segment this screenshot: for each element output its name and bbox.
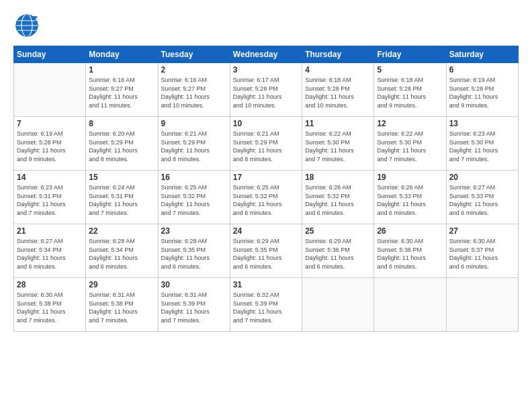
day-number: 13: [449, 119, 515, 128]
day-number: 10: [233, 119, 299, 128]
calendar-cell: 16Sunrise: 6:25 AM Sunset: 5:32 PM Dayli…: [158, 171, 230, 224]
calendar-cell: 31Sunrise: 6:32 AM Sunset: 5:39 PM Dayli…: [230, 278, 302, 332]
day-header-saturday: Saturday: [446, 46, 518, 63]
calendar-cell: 6Sunrise: 6:19 AM Sunset: 5:28 PM Daylig…: [446, 63, 518, 117]
calendar-cell: 21Sunrise: 6:27 AM Sunset: 5:34 PM Dayli…: [14, 224, 86, 278]
day-number: 16: [161, 173, 227, 182]
day-number: 14: [17, 173, 83, 182]
day-info: Sunrise: 6:24 AM Sunset: 5:31 PM Dayligh…: [89, 183, 154, 217]
calendar-cell: [14, 63, 86, 117]
day-number: 22: [89, 226, 154, 236]
calendar-cell: 8Sunrise: 6:20 AM Sunset: 5:29 PM Daylig…: [86, 117, 158, 171]
calendar-cell: 10Sunrise: 6:21 AM Sunset: 5:29 PM Dayli…: [230, 117, 302, 171]
calendar-cell: 26Sunrise: 6:30 AM Sunset: 5:36 PM Dayli…: [374, 224, 446, 278]
day-number: 11: [305, 119, 371, 128]
day-info: Sunrise: 6:26 AM Sunset: 5:33 PM Dayligh…: [377, 183, 443, 217]
day-header-thursday: Thursday: [302, 46, 374, 63]
calendar-cell: 12Sunrise: 6:22 AM Sunset: 5:30 PM Dayli…: [374, 117, 446, 171]
calendar-cell: 1Sunrise: 6:16 AM Sunset: 5:27 PM Daylig…: [86, 63, 158, 117]
calendar-cell: 18Sunrise: 6:26 AM Sunset: 5:32 PM Dayli…: [302, 171, 374, 224]
day-number: 12: [377, 119, 443, 128]
logo: [13, 12, 43, 39]
day-number: 23: [161, 226, 227, 236]
day-info: Sunrise: 6:21 AM Sunset: 5:29 PM Dayligh…: [233, 130, 299, 163]
day-header-sunday: Sunday: [14, 46, 86, 63]
calendar-cell: 24Sunrise: 6:29 AM Sunset: 5:35 PM Dayli…: [230, 224, 302, 278]
calendar-cell: 11Sunrise: 6:22 AM Sunset: 5:30 PM Dayli…: [302, 117, 374, 171]
day-info: Sunrise: 6:29 AM Sunset: 5:36 PM Dayligh…: [305, 237, 371, 271]
day-info: Sunrise: 6:28 AM Sunset: 5:34 PM Dayligh…: [89, 237, 154, 271]
calendar-cell: [374, 278, 446, 332]
day-info: Sunrise: 6:29 AM Sunset: 5:35 PM Dayligh…: [233, 237, 299, 271]
calendar-cell: 25Sunrise: 6:29 AM Sunset: 5:36 PM Dayli…: [302, 224, 374, 278]
day-header-wednesday: Wednesday: [230, 46, 302, 63]
calendar-cell: 3Sunrise: 6:17 AM Sunset: 5:28 PM Daylig…: [230, 63, 302, 117]
calendar-cell: 13Sunrise: 6:23 AM Sunset: 5:30 PM Dayli…: [446, 117, 518, 171]
day-number: 2: [161, 65, 227, 75]
day-number: 28: [17, 280, 83, 289]
day-number: 5: [377, 65, 443, 75]
day-number: 4: [305, 65, 371, 75]
day-number: 17: [233, 173, 299, 182]
day-info: Sunrise: 6:26 AM Sunset: 5:32 PM Dayligh…: [305, 183, 371, 217]
day-number: 1: [89, 65, 154, 75]
day-info: Sunrise: 6:30 AM Sunset: 5:36 PM Dayligh…: [377, 237, 443, 271]
calendar-week-row: 1Sunrise: 6:16 AM Sunset: 5:27 PM Daylig…: [14, 63, 519, 117]
day-info: Sunrise: 6:17 AM Sunset: 5:28 PM Dayligh…: [233, 76, 299, 109]
day-number: 6: [449, 65, 515, 75]
day-number: 27: [449, 226, 515, 236]
day-number: 7: [17, 119, 83, 128]
day-info: Sunrise: 6:27 AM Sunset: 5:33 PM Dayligh…: [449, 183, 515, 217]
calendar-cell: 20Sunrise: 6:27 AM Sunset: 5:33 PM Dayli…: [446, 171, 518, 224]
day-number: 21: [17, 226, 83, 236]
day-info: Sunrise: 6:16 AM Sunset: 5:27 PM Dayligh…: [89, 76, 154, 109]
day-info: Sunrise: 6:25 AM Sunset: 5:32 PM Dayligh…: [161, 183, 227, 217]
calendar-week-row: 28Sunrise: 6:30 AM Sunset: 5:38 PM Dayli…: [14, 278, 519, 332]
day-number: 25: [305, 226, 371, 236]
calendar-cell: 4Sunrise: 6:18 AM Sunset: 5:28 PM Daylig…: [302, 63, 374, 117]
day-info: Sunrise: 6:25 AM Sunset: 5:32 PM Dayligh…: [233, 183, 299, 217]
day-info: Sunrise: 6:30 AM Sunset: 5:38 PM Dayligh…: [17, 291, 83, 324]
day-number: 26: [377, 226, 443, 236]
calendar-cell: 22Sunrise: 6:28 AM Sunset: 5:34 PM Dayli…: [86, 224, 158, 278]
calendar-cell: 2Sunrise: 6:16 AM Sunset: 5:27 PM Daylig…: [158, 63, 230, 117]
logo-icon: [13, 12, 40, 39]
day-info: Sunrise: 6:20 AM Sunset: 5:29 PM Dayligh…: [89, 130, 154, 163]
calendar-cell: 28Sunrise: 6:30 AM Sunset: 5:38 PM Dayli…: [14, 278, 86, 332]
day-info: Sunrise: 6:30 AM Sunset: 5:37 PM Dayligh…: [449, 237, 515, 271]
calendar-cell: 9Sunrise: 6:21 AM Sunset: 5:29 PM Daylig…: [158, 117, 230, 171]
calendar-cell: 23Sunrise: 6:28 AM Sunset: 5:35 PM Dayli…: [158, 224, 230, 278]
day-info: Sunrise: 6:18 AM Sunset: 5:28 PM Dayligh…: [305, 76, 371, 109]
calendar-cell: 30Sunrise: 6:31 AM Sunset: 5:39 PM Dayli…: [158, 278, 230, 332]
day-info: Sunrise: 6:21 AM Sunset: 5:29 PM Dayligh…: [161, 130, 227, 163]
calendar-cell: [446, 278, 518, 332]
day-number: 24: [233, 226, 299, 236]
day-info: Sunrise: 6:31 AM Sunset: 5:38 PM Dayligh…: [89, 291, 154, 324]
calendar-week-row: 7Sunrise: 6:19 AM Sunset: 5:28 PM Daylig…: [14, 117, 519, 171]
calendar-cell: 7Sunrise: 6:19 AM Sunset: 5:28 PM Daylig…: [14, 117, 86, 171]
day-info: Sunrise: 6:27 AM Sunset: 5:34 PM Dayligh…: [17, 237, 83, 271]
day-number: 20: [449, 173, 515, 182]
calendar-cell: 29Sunrise: 6:31 AM Sunset: 5:38 PM Dayli…: [86, 278, 158, 332]
day-info: Sunrise: 6:19 AM Sunset: 5:28 PM Dayligh…: [449, 76, 515, 109]
day-info: Sunrise: 6:19 AM Sunset: 5:28 PM Dayligh…: [17, 130, 83, 163]
calendar-cell: 17Sunrise: 6:25 AM Sunset: 5:32 PM Dayli…: [230, 171, 302, 224]
day-number: 3: [233, 65, 299, 75]
day-info: Sunrise: 6:23 AM Sunset: 5:31 PM Dayligh…: [17, 183, 83, 217]
day-number: 29: [89, 280, 154, 289]
day-number: 19: [377, 173, 443, 182]
day-header-tuesday: Tuesday: [158, 46, 230, 63]
day-header-monday: Monday: [86, 46, 158, 63]
day-info: Sunrise: 6:28 AM Sunset: 5:35 PM Dayligh…: [161, 237, 227, 271]
calendar-week-row: 21Sunrise: 6:27 AM Sunset: 5:34 PM Dayli…: [14, 224, 519, 278]
header: [13, 12, 519, 39]
day-number: 8: [89, 119, 154, 128]
calendar-cell: 19Sunrise: 6:26 AM Sunset: 5:33 PM Dayli…: [374, 171, 446, 224]
day-number: 31: [233, 280, 299, 289]
day-number: 15: [89, 173, 154, 182]
day-info: Sunrise: 6:22 AM Sunset: 5:30 PM Dayligh…: [377, 130, 443, 163]
day-info: Sunrise: 6:22 AM Sunset: 5:30 PM Dayligh…: [305, 130, 371, 163]
day-number: 30: [161, 280, 227, 289]
day-info: Sunrise: 6:23 AM Sunset: 5:30 PM Dayligh…: [449, 130, 515, 163]
day-number: 18: [305, 173, 371, 182]
